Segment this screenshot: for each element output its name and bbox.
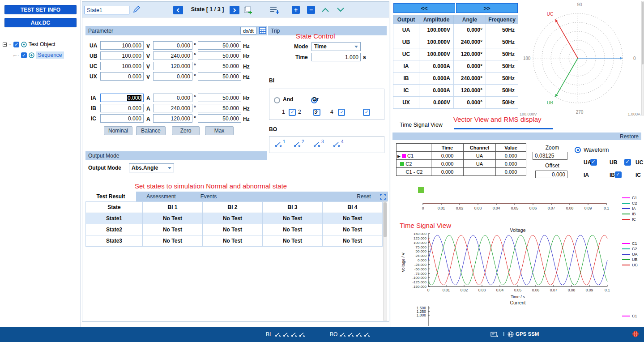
ua-angle-input[interactable]	[153, 41, 192, 50]
output-mode-title: Output Mode	[88, 153, 119, 159]
ic-amplitude-input[interactable]	[100, 114, 144, 123]
offset-input[interactable]	[535, 171, 567, 178]
table-row-state2[interactable]: State2 No Test No Test No Test No Test	[86, 224, 383, 235]
ia-checkbox[interactable]	[615, 171, 622, 178]
max-button[interactable]: Max	[205, 126, 234, 135]
ib-frequency-input[interactable]	[198, 104, 241, 112]
y-tick-label: 0.000	[418, 258, 427, 262]
results-scrollbar[interactable]	[383, 201, 387, 321]
remove-state-button[interactable]: −	[307, 6, 315, 14]
bo-2-switch-icon[interactable]	[294, 141, 301, 149]
frequency-cell: 50Hz	[486, 24, 518, 36]
test-object-checkbox[interactable]	[13, 42, 19, 47]
ua-amplitude-input[interactable]	[100, 41, 144, 50]
zoom-label: Zoom	[539, 145, 566, 151]
uc-frequency-input[interactable]	[198, 62, 241, 70]
nominal-button[interactable]: Nominal	[104, 126, 132, 135]
ua-frequency-input[interactable]	[198, 41, 241, 50]
rms-table: Output Amplitude Angle Frequency UA100.0…	[393, 15, 518, 109]
tab-events[interactable]: Events	[186, 192, 231, 201]
ic-frequency-input[interactable]	[198, 114, 241, 123]
move-up-button[interactable]	[321, 7, 330, 13]
ia-angle-input[interactable]	[153, 94, 192, 102]
x-tick-label: 0.05	[511, 206, 519, 210]
uc-amplitude-input[interactable]	[100, 62, 144, 70]
tree-item-sequence[interactable]: ⌐·· Sequence	[13, 51, 81, 59]
bo-1-label: 1	[283, 139, 286, 144]
copy-state-icon[interactable]	[243, 5, 253, 15]
ub-checkbox[interactable]	[624, 159, 631, 166]
move-down-button[interactable]	[336, 7, 345, 13]
waveform-radio[interactable]	[575, 147, 581, 153]
cursor-row-c1[interactable]: ▶ C1 0.000 UA 0.000	[397, 152, 526, 160]
ub-frequency-input[interactable]	[198, 51, 241, 60]
expand-icon[interactable]	[377, 192, 388, 201]
edit-state-name-icon[interactable]	[132, 4, 141, 14]
network-status-icon[interactable]	[632, 330, 639, 339]
tab-assessment[interactable]: Assessment	[136, 192, 186, 201]
trip-mode-select[interactable]: Time	[311, 42, 361, 51]
device-connection-icon[interactable]	[490, 331, 499, 339]
table-row-state1[interactable]: State1 No Test No Test No Test No Test	[86, 213, 383, 224]
bo-3-switch-icon[interactable]	[313, 141, 320, 149]
ux-amplitude-input[interactable]	[100, 72, 144, 81]
ux-frequency-input[interactable]	[198, 72, 241, 81]
bi3-cell: No Test	[263, 224, 323, 235]
calculator-icon[interactable]	[259, 27, 266, 34]
bi2-cell: No Test	[203, 235, 263, 247]
statusbar-bi-label: BI	[266, 331, 271, 338]
uc-angle-input[interactable]	[153, 62, 192, 70]
ia-frequency-input[interactable]	[198, 94, 241, 102]
tree-expand-toggle[interactable]	[3, 43, 7, 47]
cursor-drag-handle[interactable]	[418, 187, 424, 193]
tree-item-test-object[interactable]: ·· Test Object	[3, 40, 79, 48]
tab-test-result[interactable]: Test Result	[85, 192, 136, 201]
bi-1-checkbox[interactable]	[289, 109, 296, 116]
reset-button[interactable]: Reset	[350, 192, 377, 201]
ub-angle-input[interactable]	[153, 51, 192, 60]
next-page-button[interactable]: >>	[456, 3, 518, 13]
bi2-cell: No Test	[203, 213, 263, 224]
table-row-state3[interactable]: State3 No Test No Test No Test No Test	[86, 235, 383, 247]
trip-time-input[interactable]	[311, 53, 361, 61]
prev-page-button[interactable]: <<	[393, 3, 455, 13]
column-header: BI 2	[203, 202, 263, 213]
ia-amplitude-input[interactable]: 0.000	[100, 94, 144, 102]
parameter-title: Parameter	[88, 28, 113, 34]
state-editor-panel: State [ 1 / 3 ] + − Parameter dx/dt	[82, 1, 389, 322]
bi-group-box: And Or 1 2 3 4	[269, 89, 384, 120]
bi-4-checkbox[interactable]	[363, 109, 370, 116]
bo-status-3-icon	[355, 331, 362, 339]
add-state-button[interactable]: +	[292, 6, 300, 14]
output-mode-select[interactable]: Abs.Angle	[129, 163, 174, 172]
view-panel: << >> Output Amplitude Angle Frequency U…	[391, 0, 644, 327]
aux-dc-button[interactable]: Aux.DC	[4, 18, 77, 27]
ib-amplitude-input[interactable]	[100, 104, 144, 112]
next-state-button[interactable]	[230, 6, 239, 14]
state-name-input[interactable]	[85, 6, 129, 14]
ib-angle-input[interactable]	[153, 104, 192, 112]
zoom-input[interactable]	[533, 152, 567, 160]
cursor-row-c2[interactable]: C2 0.000 UA 0.000	[397, 160, 526, 168]
ux-angle-input[interactable]	[153, 72, 192, 81]
zero-button[interactable]: Zero	[172, 126, 200, 135]
ic-angle-input[interactable]	[153, 114, 192, 123]
bi-3-checkbox[interactable]	[338, 109, 345, 116]
bo-4-switch-icon[interactable]	[333, 141, 340, 149]
prev-state-button[interactable]	[173, 6, 183, 14]
dxdt-button[interactable]: dx/dt	[240, 27, 256, 34]
hz-label: Hz	[243, 95, 250, 102]
x-tick-label: 0.02	[461, 288, 468, 292]
bo-1-switch-icon[interactable]	[275, 141, 282, 149]
vector-scrollbar[interactable]	[641, 1, 644, 115]
y-tick-label: 25.000	[416, 254, 427, 258]
ub-amplitude-input[interactable]	[100, 51, 144, 60]
restore-button[interactable]: Restore	[620, 133, 639, 140]
bi-and-radio[interactable]	[274, 97, 280, 103]
x-tick-label: 0	[422, 206, 424, 210]
insert-state-icon[interactable]	[269, 5, 281, 15]
test-set-info-button[interactable]: TEST SET INFO	[4, 5, 77, 14]
tab-time-signal-view[interactable]: Time Signal View	[400, 122, 443, 128]
sequence-checkbox[interactable]	[21, 52, 27, 58]
balance-button[interactable]: Balance	[136, 126, 166, 135]
